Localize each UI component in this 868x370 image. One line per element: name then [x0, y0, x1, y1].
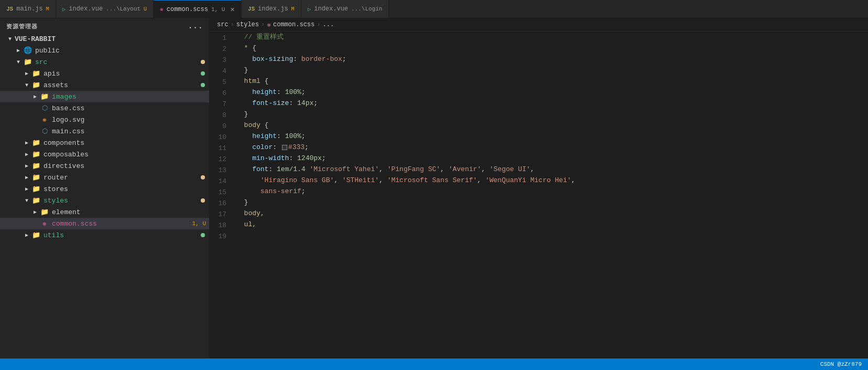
- folder-icon: 📁: [31, 138, 41, 147]
- tab-label: index.js: [258, 5, 288, 13]
- item-label-main-css: main.css: [52, 128, 209, 135]
- folder-icon: 📁: [31, 69, 41, 78]
- svg-icon: ❋: [40, 115, 49, 124]
- tab-label: main.js: [16, 5, 42, 13]
- tab-label: common.scss: [167, 6, 208, 13]
- folder-icon: 📁: [31, 150, 41, 159]
- code-line-12: color: #333;: [236, 142, 868, 153]
- sidebar-item-utils[interactable]: ▶ 📁 utils: [0, 229, 209, 241]
- folder-styles-icon: 📁: [31, 196, 41, 205]
- sidebar-item-src[interactable]: ▼ 📁 src: [0, 56, 209, 68]
- sidebar-content[interactable]: ▼ VUE-RABBIT ▶ 🌐 public ▼ 📁 src ▶ 📁 apis: [0, 33, 209, 358]
- chevron-right-icon: ▶: [23, 162, 30, 170]
- chevron-right-icon: ▶: [31, 208, 39, 216]
- sidebar-item-vue-rabbit[interactable]: ▼ VUE-RABBIT: [0, 33, 209, 45]
- chevron-down-icon: ▼: [15, 58, 22, 66]
- sidebar-item-common-scss[interactable]: ❋ common.scss 1, U: [0, 218, 209, 229]
- item-label-components: components: [44, 139, 209, 147]
- sidebar-item-directives[interactable]: ▶ 📁 directives: [0, 160, 209, 172]
- chevron-down-icon: ▼: [23, 197, 30, 204]
- item-label-apis: apis: [44, 70, 201, 78]
- sidebar-item-assets[interactable]: ▼ 📁 assets: [0, 79, 209, 91]
- tab-index-vue-layout[interactable]: ▷ index.vue ...\Layout U: [56, 0, 154, 18]
- bc-src: src: [217, 21, 229, 28]
- css-icon: ⬡: [40, 103, 49, 113]
- folder-icon: 📁: [31, 184, 41, 194]
- folder-utils-icon: 📁: [31, 230, 41, 240]
- item-label-directives: directives: [44, 162, 209, 170]
- bc-ellipsis: ...: [322, 21, 334, 28]
- code-line-15: 'Hiragino Sans GB', 'STHeiti', 'Microsof…: [236, 175, 868, 186]
- code-line-1: // 重置样式: [236, 31, 868, 43]
- item-label-common-scss: common.scss: [52, 220, 192, 228]
- code-line-10: body {: [236, 120, 868, 131]
- tab-common-scss[interactable]: ❋ common.scss 1, U ✕: [154, 0, 242, 18]
- js-icon: JS: [248, 6, 255, 12]
- file-status: 1, U: [192, 220, 206, 227]
- item-label-utils: utils: [44, 231, 201, 239]
- chevron-right-icon: ▶: [31, 93, 39, 100]
- code-line-3: box-sizing: border-box;: [236, 54, 868, 65]
- css-icon: ⬡: [40, 126, 49, 136]
- sidebar-item-stores[interactable]: ▶ 📁 stores: [0, 183, 209, 195]
- bc-sep-2: ›: [261, 21, 265, 28]
- sidebar-item-router[interactable]: ▶ 📁 router: [0, 172, 209, 183]
- bc-file: common.scss: [273, 21, 314, 28]
- status-dot: [201, 175, 205, 179]
- tab-modified: M: [291, 6, 295, 12]
- tab-bar: JS main.js M ▷ index.vue ...\Layout U ❋ …: [0, 0, 868, 18]
- code-lines: // 重置样式 * { box-sizing: border-box; } ht…: [236, 31, 868, 358]
- code-line-14: font: 1em/1.4 'Microsoft Yahei', 'PingFa…: [236, 164, 868, 175]
- folder-src-icon: 📁: [23, 57, 32, 67]
- chevron-right-icon: ▶: [15, 47, 22, 54]
- item-label-src: src: [35, 58, 201, 66]
- sidebar: 资源管理器 ... ▼ VUE-RABBIT ▶ 🌐 public ▼ 📁 sr…: [0, 18, 210, 358]
- item-label-images: images: [52, 93, 209, 101]
- sidebar-item-element[interactable]: ▶ 📁 element: [0, 206, 209, 218]
- sidebar-item-main-css[interactable]: ⬡ main.css: [0, 125, 209, 137]
- chevron-down-icon: ▼: [6, 35, 14, 43]
- code-line-6: html {: [236, 76, 868, 87]
- scss-file-icon: ❋: [40, 219, 49, 228]
- code-line-19: ul,: [236, 219, 868, 230]
- item-label-router: router: [44, 174, 201, 182]
- main-area: 资源管理器 ... ▼ VUE-RABBIT ▶ 🌐 public ▼ 📁 sr…: [0, 18, 868, 358]
- sidebar-item-logo-svg[interactable]: ❋ logo.svg: [0, 114, 209, 125]
- tab-main-js[interactable]: JS main.js M: [0, 0, 56, 18]
- chevron-down-icon: ▼: [23, 81, 30, 89]
- item-label-element: element: [52, 208, 209, 216]
- code-line-13: min-width: 1240px;: [236, 153, 868, 164]
- item-label-styles: styles: [44, 197, 201, 205]
- sidebar-item-apis[interactable]: ▶ 📁 apis: [0, 68, 209, 79]
- item-label-logo-svg: logo.svg: [52, 116, 209, 124]
- sidebar-item-components[interactable]: ▶ 📁 components: [0, 137, 209, 149]
- chevron-right-icon: ▶: [23, 231, 30, 239]
- code-line-2: * {: [236, 43, 868, 54]
- folder-icon: 📁: [31, 161, 41, 171]
- sidebar-item-public[interactable]: ▶ 🌐 public: [0, 45, 209, 56]
- status-dot: [201, 83, 205, 87]
- sidebar-item-composables[interactable]: ▶ 📁 composables: [0, 149, 209, 160]
- color-swatch: [282, 145, 287, 150]
- scss-breadcrumb-icon: ❋: [267, 20, 271, 29]
- editor-content[interactable]: 1 2 3 4 5 6 7 8 9 10 11 12 13 14 15 16 1…: [210, 31, 868, 358]
- code-line-8: font-size: 14px;: [236, 98, 868, 109]
- sidebar-item-base-css[interactable]: ⬡ base.css: [0, 102, 209, 114]
- globe-icon: 🌐: [23, 46, 32, 55]
- more-button[interactable]: ...: [188, 22, 203, 31]
- line-numbers: 1 2 3 4 5 6 7 8 9 10 11 12 13 14 15 16 1…: [210, 31, 236, 358]
- sidebar-item-images[interactable]: ▶ 📁 images: [0, 91, 209, 102]
- tab-close-button[interactable]: ✕: [230, 5, 234, 14]
- tab-sublabel: ...\Layout: [106, 6, 140, 12]
- bc-sep-3: ›: [317, 21, 320, 28]
- status-dot: [201, 60, 205, 64]
- tab-index-js[interactable]: JS index.js M: [242, 0, 301, 18]
- scss-icon: ❋: [160, 6, 164, 13]
- tab-modified: M: [46, 6, 49, 12]
- chevron-right-icon: ▶: [23, 185, 30, 193]
- sidebar-item-styles[interactable]: ▼ 📁 styles: [0, 195, 209, 206]
- item-label-base-css: base.css: [52, 104, 209, 112]
- item-label-public: public: [35, 47, 209, 55]
- tab-label: index.vue: [69, 5, 103, 13]
- tab-index-vue-login[interactable]: ▷ index.vue ...\Login: [301, 0, 389, 18]
